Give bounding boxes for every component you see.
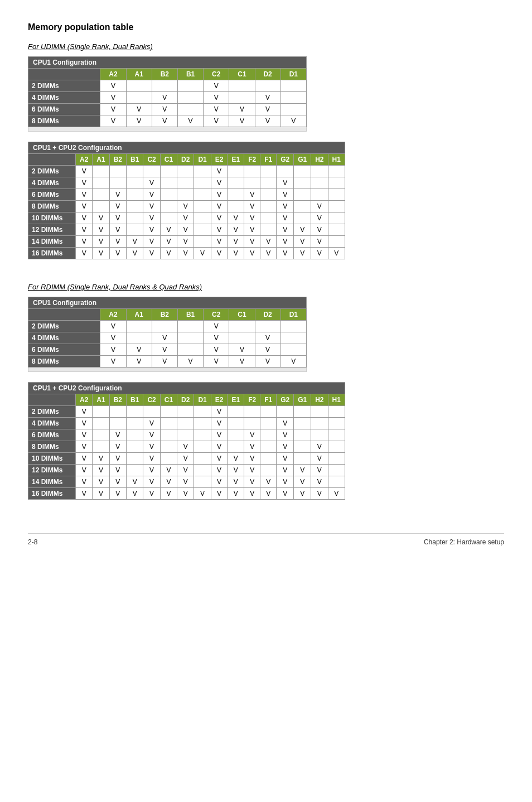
row-label: 4 DIMMs [28, 332, 100, 344]
cell: V [211, 453, 228, 465]
cell [294, 453, 311, 465]
cell: V [311, 488, 328, 500]
col-header-D1: D1 [194, 394, 211, 406]
col-header-G1: G1 [294, 394, 311, 406]
cell [277, 166, 294, 177]
cell [194, 406, 211, 418]
cell: V [109, 201, 126, 212]
row-label: 14 DIMMs [28, 236, 76, 248]
cell [294, 166, 311, 177]
cell: V [204, 344, 229, 356]
col-header-B1: B1 [177, 69, 203, 80]
rdimm-cpu1cpu2-col-header: A2A1B2B1C2C1D2D1E2E1F2F1G2G1H2H1 [28, 394, 345, 406]
cell: V [244, 189, 260, 201]
cell [194, 441, 211, 453]
cell: V [143, 488, 160, 500]
cell: V [204, 80, 229, 92]
table-row: 6 DIMMsVVVVVV [28, 189, 345, 201]
cell: V [93, 488, 109, 500]
cell: V [280, 115, 306, 127]
table-row: 14 DIMMsVVVVVVVVVVVVVV [28, 476, 345, 488]
cell [260, 429, 277, 441]
col-header-D1: D1 [280, 69, 306, 80]
cell: V [127, 236, 143, 248]
table-row: 4 DIMMsVVVV [28, 418, 345, 429]
cell [328, 418, 345, 429]
cell: V [244, 441, 260, 453]
table-row: 6 DIMMsVVVVVV [28, 344, 307, 356]
cell: V [143, 418, 160, 429]
cell: V [277, 488, 294, 500]
cell: V [277, 441, 294, 453]
cell: V [277, 418, 294, 429]
cell: V [143, 177, 160, 189]
cell: V [76, 189, 93, 201]
table-row: 8 DIMMsVVVVVVVV [28, 115, 307, 127]
cell: V [152, 115, 177, 127]
cell [229, 332, 255, 344]
cell [177, 344, 203, 356]
cell: V [177, 476, 194, 488]
cell: V [260, 488, 277, 500]
col-header-G2: G2 [277, 394, 294, 406]
cell: V [277, 224, 294, 236]
row-label: 6 DIMMs [28, 104, 100, 115]
cell: V [143, 248, 160, 259]
cell [311, 406, 328, 418]
cell: V [211, 465, 228, 476]
cell [228, 177, 244, 189]
cell [229, 80, 255, 92]
cell: V [76, 429, 93, 441]
col-header-A2: A2 [100, 69, 126, 80]
cell [126, 332, 152, 344]
row-label: 8 DIMMs [28, 115, 100, 127]
cell: V [143, 236, 160, 248]
cell [160, 406, 177, 418]
cell: V [76, 212, 93, 224]
cell: V [260, 236, 277, 248]
cell: V [100, 104, 126, 115]
cell [255, 321, 280, 332]
col-header-B2: B2 [109, 154, 126, 166]
cell [143, 406, 160, 418]
table-row: 2 DIMMsVV [28, 321, 307, 332]
cell: V [76, 453, 93, 465]
col-header-A2: A2 [76, 154, 93, 166]
cell: V [93, 236, 109, 248]
cell: V [194, 488, 211, 500]
col-header-E2: E2 [211, 154, 228, 166]
cell [109, 406, 126, 418]
cell: V [229, 356, 255, 368]
row-label: 2 DIMMs [28, 80, 100, 92]
cell [127, 212, 143, 224]
row-label: 14 DIMMs [28, 476, 76, 488]
row-label: 16 DIMMs [28, 248, 76, 259]
cell: V [211, 429, 228, 441]
cell: V [160, 224, 177, 236]
cell [244, 166, 260, 177]
cell [277, 406, 294, 418]
cell [311, 177, 328, 189]
cell: V [277, 177, 294, 189]
cell: V [244, 476, 260, 488]
col-header-C1: C1 [160, 394, 177, 406]
cell: V [260, 476, 277, 488]
cell: V [244, 201, 260, 212]
cell [294, 201, 311, 212]
cell: V [143, 476, 160, 488]
cell: V [244, 453, 260, 465]
cell: V [211, 201, 228, 212]
cell [328, 406, 345, 418]
cell: V [109, 453, 126, 465]
cell [294, 177, 311, 189]
cell: V [152, 356, 177, 368]
row-label: 4 DIMMs [28, 92, 100, 104]
cell: V [93, 248, 109, 259]
col-header-A1: A1 [93, 394, 109, 406]
cell: V [76, 166, 93, 177]
cell [260, 453, 277, 465]
cell: V [211, 476, 228, 488]
cell: V [100, 356, 126, 368]
cell: V [277, 201, 294, 212]
cell [177, 429, 194, 441]
